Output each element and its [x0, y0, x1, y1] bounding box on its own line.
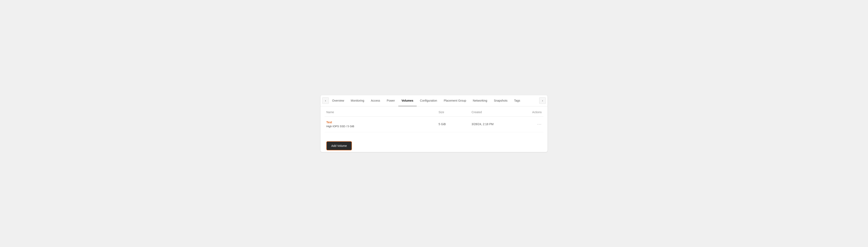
tab-configuration[interactable]: Configuration — [417, 95, 440, 106]
tab-placement-group[interactable]: Placement Group — [440, 95, 469, 106]
tab-overview[interactable]: Overview — [329, 95, 347, 106]
volume-info: Test High IOPS SSD / 5 GiB — [326, 120, 438, 128]
tab-volumes[interactable]: Volumes — [398, 95, 417, 106]
volume-actions-menu[interactable]: ··· — [517, 122, 542, 127]
tab-networking[interactable]: Networking — [469, 95, 491, 106]
col-header-size: Size — [438, 110, 471, 114]
tab-tags[interactable]: Tags — [511, 95, 524, 106]
volume-description: High IOPS SSD / 5 GiB — [326, 125, 438, 128]
button-area: Add Volume — [325, 136, 543, 152]
tab-bar: ‹ Overview Monitoring Access Power Volum… — [320, 95, 548, 106]
prev-arrow[interactable]: ‹ — [322, 97, 329, 104]
tabs-container: Overview Monitoring Access Power Volumes… — [329, 95, 539, 106]
volumes-table-container: Name Size Created Actions Test High IOPS… — [320, 106, 548, 136]
tab-monitoring[interactable]: Monitoring — [347, 95, 367, 106]
col-header-actions: Actions — [517, 110, 542, 114]
volume-size: 5 GiB — [438, 122, 471, 126]
volume-name[interactable]: Test — [326, 120, 438, 124]
table-header: Name Size Created Actions — [325, 106, 543, 116]
tab-snapshots[interactable]: Snapshots — [491, 95, 511, 106]
volume-created: 3/28/24, 2:18 PM — [471, 122, 517, 126]
add-volume-button[interactable]: Add Volume — [326, 141, 352, 150]
table-row: Test High IOPS SSD / 5 GiB 5 GiB 3/28/24… — [325, 116, 543, 132]
col-header-name: Name — [326, 110, 438, 114]
next-arrow[interactable]: › — [539, 97, 546, 104]
col-header-created: Created — [471, 110, 517, 114]
tab-power[interactable]: Power — [383, 95, 398, 106]
tab-access[interactable]: Access — [368, 95, 383, 106]
main-card: ‹ Overview Monitoring Access Power Volum… — [320, 95, 548, 152]
